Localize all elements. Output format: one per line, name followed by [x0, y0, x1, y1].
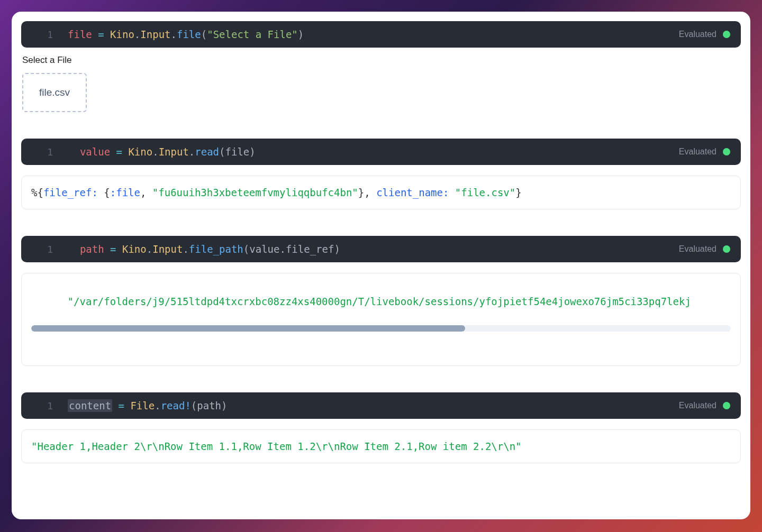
cell-output: "Header 1,Header 2\r\nRow Item 1.1,Row I…	[21, 429, 741, 463]
cell-status: Evaluated	[679, 244, 730, 254]
code-cell: 1 file = Kino.Input.file("Select a File"…	[21, 21, 741, 112]
status-indicator-icon	[723, 402, 730, 409]
input-label: Select a File	[22, 55, 741, 66]
status-indicator-icon	[723, 245, 730, 253]
code-content: path = Kino.Input.file_path(value.file_r…	[68, 243, 679, 255]
line-number: 1	[32, 244, 53, 255]
file-input-widget: Select a File file.csv	[21, 48, 741, 112]
status-label: Evaluated	[679, 30, 716, 39]
code-editor[interactable]: 1 file = Kino.Input.file("Select a File"…	[21, 21, 741, 48]
status-indicator-icon	[723, 31, 730, 38]
cell-status: Evaluated	[679, 30, 730, 39]
cell-status: Evaluated	[679, 147, 730, 157]
code-content: content = File.read!(path)	[68, 400, 679, 411]
horizontal-scrollbar[interactable]	[31, 325, 731, 332]
notebook: 1 file = Kino.Input.file("Select a File"…	[12, 12, 750, 519]
cell-status: Evaluated	[679, 401, 730, 410]
code-cell: 1 value = Kino.Input.read(file) Evaluate…	[21, 139, 741, 209]
cell-output: %{file_ref: {:file, "fu6uuih3h3xbeteemfv…	[21, 176, 741, 209]
line-number: 1	[32, 29, 53, 40]
status-label: Evaluated	[679, 401, 716, 410]
status-label: Evaluated	[679, 244, 716, 254]
file-dropzone[interactable]: file.csv	[22, 73, 87, 112]
code-editor[interactable]: 1 value = Kino.Input.read(file) Evaluate…	[21, 139, 741, 165]
cell-output: "/var/folders/j9/515ltdpd4txcrxbc08zz4xs…	[21, 273, 741, 366]
output-string: "/var/folders/j9/515ltdpd4txcrxbc08zz4xs…	[68, 296, 691, 307]
code-editor[interactable]: 1 content = File.read!(path) Evaluated	[21, 392, 741, 419]
code-cell: 1 path = Kino.Input.file_path(value.file…	[21, 236, 741, 366]
line-number: 1	[32, 146, 53, 158]
status-label: Evaluated	[679, 147, 716, 157]
code-editor[interactable]: 1 path = Kino.Input.file_path(value.file…	[21, 236, 741, 262]
code-content: file = Kino.Input.file("Select a File")	[68, 29, 679, 40]
scrollbar-thumb[interactable]	[31, 325, 465, 332]
selected-file-name: file.csv	[39, 87, 70, 98]
output-string: "Header 1,Header 2\r\nRow Item 1.1,Row I…	[31, 441, 522, 452]
code-content: value = Kino.Input.read(file)	[68, 146, 679, 158]
code-cell: 1 content = File.read!(path) Evaluated "…	[21, 392, 741, 463]
status-indicator-icon	[723, 148, 730, 155]
line-number: 1	[32, 400, 53, 411]
